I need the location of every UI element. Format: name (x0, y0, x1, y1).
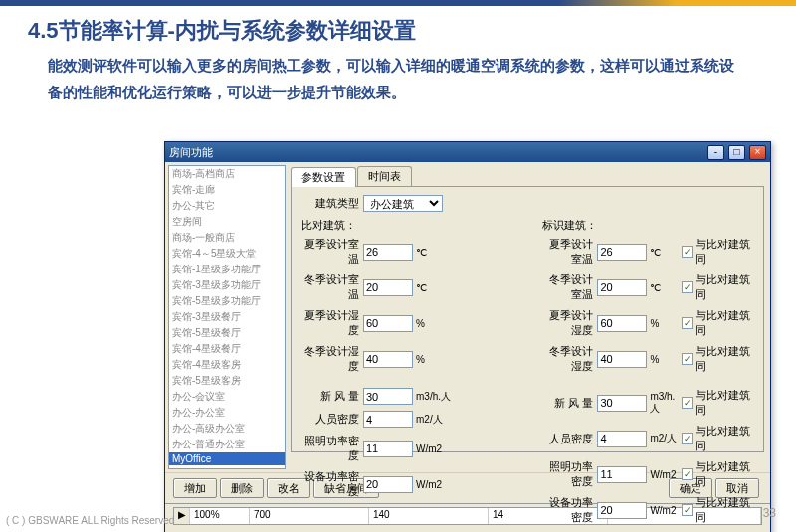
compare-column: 比对建筑： 夏季设计室温℃冬季设计室温℃夏季设计湿度%冬季设计湿度% (301, 218, 512, 380)
same-checkbox-wrap[interactable]: ✓与比对建筑同 (682, 344, 753, 374)
field-label: 冬季设计湿度 (542, 344, 597, 374)
field-label: 新 风 量 (301, 389, 363, 404)
add-button[interactable]: 增加 (173, 478, 217, 498)
checkbox-label: 与比对建筑同 (696, 308, 753, 338)
sidebar-item[interactable]: 宾馆-5星级客房 (169, 373, 285, 389)
field-label: 冬季设计湿度 (301, 344, 363, 374)
field-label: 夏季设计室温 (542, 237, 597, 266)
checkbox-label: 与比对建筑同 (696, 495, 753, 525)
same-checkbox-wrap[interactable]: ✓与比对建筑同 (682, 237, 753, 266)
unit-label: % (416, 354, 452, 365)
sidebar-item[interactable]: 办公-办公室 (169, 405, 285, 421)
sidebar-item[interactable]: 办公-其它 (169, 198, 285, 214)
value-input[interactable] (363, 441, 413, 457)
target-header: 标识建筑： (542, 218, 753, 233)
value-input[interactable] (363, 279, 413, 296)
room-function-dialog: 房间功能 - □ × 商场-高档商店宾馆-走廊办公-其它空房间商场-一般商店宾馆… (164, 141, 771, 532)
sidebar-item[interactable]: 宾馆-5星级多功能厅 (169, 293, 285, 309)
same-checkbox-wrap[interactable]: ✓与比对建筑同 (682, 308, 753, 338)
sidebar-item[interactable]: 宾馆-5星级餐厅 (169, 325, 285, 341)
checkbox-label: 与比对建筑同 (696, 344, 753, 374)
same-checkbox-wrap[interactable]: ✓与比对建筑同 (682, 459, 753, 489)
value-input[interactable] (597, 351, 647, 368)
unit-label: % (416, 318, 452, 329)
maximize-icon[interactable]: □ (728, 145, 745, 160)
tab-schedule[interactable]: 时间表 (357, 166, 412, 186)
sidebar-item[interactable]: 商场-一般商店 (169, 230, 285, 246)
compare-group1: 夏季设计室温℃冬季设计室温℃夏季设计湿度%冬季设计湿度% (301, 237, 512, 374)
checkbox-icon: ✓ (682, 317, 693, 329)
value-input[interactable] (363, 351, 413, 368)
value-input[interactable] (597, 502, 647, 519)
copyright: ( C ) GBSWARE ALL Rights Reserved (6, 515, 174, 526)
same-checkbox-wrap[interactable]: ✓与比对建筑同 (682, 424, 753, 453)
unit-label: ℃ (650, 282, 682, 293)
unit-label: W/m2 (650, 469, 682, 480)
field-label: 照明功率密度 (542, 459, 597, 489)
sidebar-item[interactable]: 宾馆-4星级客房 (169, 357, 285, 373)
checkbox-icon: ✓ (682, 397, 693, 409)
tab-params[interactable]: 参数设置 (291, 167, 356, 187)
sidebar-item[interactable]: 办公-会议室 (169, 389, 285, 405)
sidebar-item[interactable]: 办公-普通办公室 (169, 437, 285, 452)
unit-label: % (650, 318, 682, 329)
row-indicator-icon: ▶ (174, 508, 190, 524)
unit-label: m2/人 (650, 432, 682, 445)
same-checkbox-wrap[interactable]: ✓与比对建筑同 (682, 272, 753, 302)
value-input[interactable] (597, 395, 647, 412)
field-label: 夏季设计湿度 (301, 308, 363, 338)
checkbox-icon: ✓ (682, 353, 693, 365)
value-input[interactable] (363, 315, 413, 332)
value-input[interactable] (363, 476, 413, 493)
unit-label: % (650, 354, 682, 365)
checkbox-icon: ✓ (682, 281, 693, 293)
checkbox-label: 与比对建筑同 (696, 272, 753, 302)
sidebar-item[interactable]: 空房间 (169, 214, 285, 230)
value-input[interactable] (597, 279, 647, 296)
close-icon[interactable]: × (749, 145, 766, 160)
unit-label: W/m2 (416, 479, 452, 490)
sidebar-item[interactable]: 宾馆-3星级餐厅 (169, 309, 285, 325)
unit-label: ℃ (416, 247, 452, 258)
grid-cell[interactable]: 100% (190, 508, 250, 524)
slide-description: 能效测评软件可以输入更多的房间热工参数，可以输入详细的暖通空调系统的参数，这样可… (0, 52, 796, 105)
checkbox-icon: ✓ (682, 468, 693, 480)
delete-button[interactable]: 删除 (220, 478, 264, 498)
unit-label: W/m2 (416, 443, 452, 454)
value-input[interactable] (597, 466, 647, 483)
value-input[interactable] (597, 315, 647, 332)
sidebar-item[interactable]: 办公-高级办公室 (169, 421, 285, 437)
sidebar-item[interactable]: MyOffice (169, 452, 285, 465)
same-checkbox-wrap[interactable]: ✓与比对建筑同 (682, 495, 753, 525)
target-column: 标识建筑： 夏季设计室温℃✓与比对建筑同冬季设计室温℃✓与比对建筑同夏季设计湿度… (542, 218, 753, 380)
field-label: 人员密度 (301, 412, 363, 427)
sidebar-item[interactable]: 商场-高档商店 (169, 166, 285, 182)
sidebar-item[interactable]: 宾馆-3星级多功能厅 (169, 277, 285, 293)
sidebar-item[interactable]: 宾馆-走廊 (169, 182, 285, 198)
value-input[interactable] (363, 388, 413, 405)
minimize-icon[interactable]: - (707, 145, 724, 160)
sidebar-item[interactable]: 宾馆-1星级多功能厅 (169, 262, 285, 277)
value-input[interactable] (597, 431, 647, 447)
titlebar[interactable]: 房间功能 - □ × (165, 142, 770, 162)
unit-label: m3/h.人 (416, 390, 452, 404)
field-label: 人员密度 (542, 432, 597, 446)
value-input[interactable] (597, 244, 647, 261)
compare-header: 比对建筑： (301, 218, 512, 233)
dialog-title: 房间功能 (169, 145, 706, 160)
checkbox-icon: ✓ (682, 504, 693, 516)
value-input[interactable] (363, 411, 413, 428)
building-type-select[interactable]: 办公建筑 (363, 195, 443, 212)
checkbox-label: 与比对建筑同 (696, 388, 753, 418)
checkbox-icon: ✓ (682, 246, 693, 258)
room-type-list[interactable]: 商场-高档商店宾馆-走廊办公-其它空房间商场-一般商店宾馆-4～5星级大堂宾馆-… (168, 165, 286, 469)
value-input[interactable] (363, 244, 413, 261)
field-label: 新 风 量 (542, 396, 597, 411)
sidebar-item[interactable]: 宾馆-4～5星级大堂 (169, 246, 285, 262)
sidebar-item[interactable]: 宾馆-4星级餐厅 (169, 341, 285, 357)
compare-group2: 新 风 量m3/h.人人员密度m2/人照明功率密度W/m2设备功率密度W/m2 (301, 388, 512, 499)
checkbox-label: 与比对建筑同 (696, 237, 753, 266)
field-label: 设备功率密度 (542, 495, 597, 525)
field-label: 冬季设计室温 (301, 272, 363, 302)
same-checkbox-wrap[interactable]: ✓与比对建筑同 (682, 388, 753, 418)
